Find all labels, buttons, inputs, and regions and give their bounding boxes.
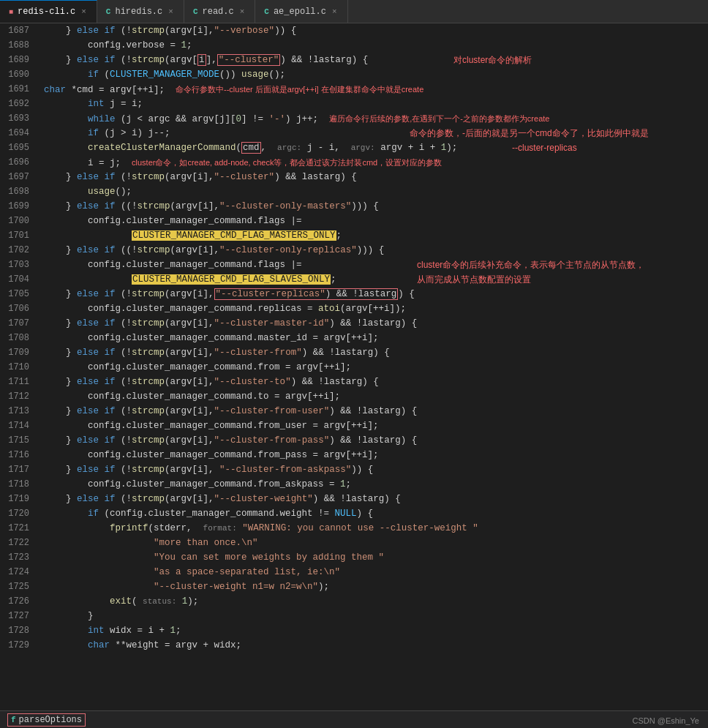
tab-ae-epoll[interactable]: Cae_epoll.c×	[255, 0, 347, 23]
code-line-1707: } else if (!strcmp(argv[i],"--cluster-ma…	[44, 316, 708, 331]
code-line-1690: if (CLUSTER_MANAGER_MODE()) usage();	[44, 67, 708, 82]
line-numbers: 1687168816891690169116921693169416951696…	[0, 23, 37, 710]
tab-icon-redis-cli: ■	[9, 8, 13, 16]
code-line-1721: fprintf(stderr, format: "WARNING: you ca…	[44, 521, 708, 536]
tab-close-read[interactable]: ×	[238, 7, 246, 16]
code-line-1701: CLUSTER_MANAGER_CMD_FLAG_MASTERS_ONLY;	[44, 228, 708, 243]
function-icon: f	[11, 716, 16, 724]
tab-icon-hiredis: C	[106, 7, 111, 16]
code-line-1711: } else if (!strcmp(argv[i],"--cluster-to…	[44, 375, 708, 389]
code-line-1710: config.cluster_manager_command.from = ar…	[44, 360, 708, 375]
line-num-1720: 1720	[0, 506, 29, 521]
line-num-1717: 1717	[0, 462, 29, 477]
line-num-1699: 1699	[0, 199, 29, 214]
code-line-1726: exit( status: 1);	[44, 594, 708, 609]
code-line-1720: if (config.cluster_manager_command.weigh…	[44, 506, 708, 521]
code-line-1706: config.cluster_manager_command.replicas …	[44, 301, 708, 316]
tab-redis-cli[interactable]: ■redis-cli.c×	[0, 0, 97, 23]
code-line-1722: "more than once.\n"	[44, 536, 708, 550]
line-num-1692: 1692	[0, 97, 29, 111]
code-line-1728: int widx = i + 1;	[44, 623, 708, 638]
code-line-1705: } else if (!strcmp(argv[i],"--cluster-re…	[44, 287, 708, 301]
line-num-1708: 1708	[0, 331, 29, 345]
line-num-1688: 1688	[0, 38, 29, 53]
line-num-1725: 1725	[0, 579, 29, 594]
tab-label-read: read.c	[202, 7, 233, 17]
line-num-1724: 1724	[0, 565, 29, 579]
code-line-1716: config.cluster_manager_command.from_pass…	[44, 448, 708, 462]
line-num-1691: 1691	[0, 82, 29, 97]
code-line-1725: "--cluster-weight n1=w n2=w\n");	[44, 579, 708, 594]
line-num-1701: 1701	[0, 228, 29, 243]
code-line-1708: config.cluster_manager_command.master_id…	[44, 331, 708, 345]
editor-area: 1687168816891690169116921693169416951696…	[0, 23, 708, 710]
tab-label-hiredis: hiredis.c	[115, 7, 162, 17]
annotation-1695: --cluster-replicas	[512, 140, 577, 155]
line-num-1711: 1711	[0, 375, 29, 389]
line-num-1710: 1710	[0, 360, 29, 375]
tab-close-hiredis[interactable]: ×	[167, 7, 175, 16]
code-line-1717: } else if (!strcmp(argv[i], "--cluster-f…	[44, 462, 708, 477]
line-num-1722: 1722	[0, 536, 29, 550]
line-num-1718: 1718	[0, 477, 29, 492]
bottom-func-bar: f parseOptions	[0, 710, 708, 728]
line-num-1693: 1693	[0, 111, 29, 126]
code-line-1703: config.cluster_manager_command.flags |=c…	[44, 258, 708, 272]
tab-hiredis[interactable]: Chiredis.c×	[97, 0, 184, 23]
code-line-1723: "You can set more weights by adding them…	[44, 550, 708, 565]
annotation-1703: cluster命令的后续补充命令，表示每个主节点的从节点数，	[417, 258, 644, 272]
code-line-1718: config.cluster_manager_command.from_askp…	[44, 477, 708, 492]
line-num-1704: 1704	[0, 272, 29, 287]
code-line-1697: } else if (!strcmp(argv[i],"--cluster") …	[44, 170, 708, 184]
line-num-1687: 1687	[0, 23, 29, 38]
line-num-1714: 1714	[0, 419, 29, 433]
line-num-1719: 1719	[0, 492, 29, 506]
line-num-1712: 1712	[0, 389, 29, 404]
code-line-1712: config.cluster_manager_command.to = argv…	[44, 389, 708, 404]
code-line-1714: config.cluster_manager_command.from_user…	[44, 419, 708, 433]
code-line-1699: } else if ((!strcmp(argv[i],"--cluster-o…	[44, 199, 708, 214]
annotation-1704: 从而完成从节点数配置的设置	[417, 272, 531, 287]
line-num-1728: 1728	[0, 623, 29, 638]
csdn-credit: CSDN @Eshin_Ye	[633, 716, 699, 725]
tab-read[interactable]: Cread.c×	[184, 0, 255, 23]
line-num-1715: 1715	[0, 433, 29, 448]
tab-close-ae-epoll[interactable]: ×	[331, 7, 339, 16]
code-line-1687: } else if (!strcmp(argv[i],"--verbose"))…	[44, 23, 708, 38]
line-num-1706: 1706	[0, 301, 29, 316]
code-line-1713: } else if (!strcmp(argv[i],"--cluster-fr…	[44, 404, 708, 419]
code-line-1694: if (j > i) j--;命令的参数，-后面的就是另一个cmd命令了，比如此…	[44, 126, 708, 140]
code-line-1695: createClusterManagerCommand(cmd, argc: j…	[44, 140, 708, 155]
code-line-1691: char *cmd = argv[++i]; 命令行参数中--cluster 后…	[44, 82, 708, 97]
code-line-1704: CLUSTER_MANAGER_CMD_FLAG_SLAVES_ONLY;从而完…	[44, 272, 708, 287]
line-num-1729: 1729	[0, 638, 29, 653]
line-num-1721: 1721	[0, 521, 29, 536]
line-num-1700: 1700	[0, 214, 29, 228]
line-num-1697: 1697	[0, 170, 29, 184]
line-num-1705: 1705	[0, 287, 29, 301]
code-line-1727: }	[44, 609, 708, 623]
line-num-1709: 1709	[0, 345, 29, 360]
code-line-1700: config.cluster_manager_command.flags |=	[44, 214, 708, 228]
tab-icon-read: C	[193, 7, 198, 16]
code-line-1696: i = j; cluster命令，如create, add-node, chec…	[44, 155, 708, 170]
line-num-1726: 1726	[0, 594, 29, 609]
function-label: parseOptions	[19, 715, 82, 725]
code-line-1715: } else if (!strcmp(argv[i],"--cluster-fr…	[44, 433, 708, 448]
code-line-1719: } else if (!strcmp(argv[i],"--cluster-we…	[44, 492, 708, 506]
code-line-1689: } else if (!strcmp(argv[i],"--cluster") …	[44, 53, 708, 67]
annotation-1694: 命令的参数，-后面的就是另一个cmd命令了，比如此例中就是	[410, 126, 649, 140]
tab-label-ae-epoll: ae_epoll.c	[274, 7, 326, 17]
annotation-1689: 对cluster命令的解析	[453, 53, 532, 67]
code-line-1709: } else if (!strcmp(argv[i],"--cluster-fr…	[44, 345, 708, 360]
code-line-1729: char **weight = argv + widx;	[44, 638, 708, 653]
tab-close-redis-cli[interactable]: ×	[80, 7, 88, 16]
code-line-1698: usage();	[44, 184, 708, 199]
line-num-1703: 1703	[0, 258, 29, 272]
line-num-1694: 1694	[0, 126, 29, 140]
code-line-1693: while (j < argc && argv[j][0] != '-') j+…	[44, 111, 708, 126]
code-line-1724: "as a space-separated list, ie:\n"	[44, 565, 708, 579]
code-content[interactable]: } else if (!strcmp(argv[i],"--verbose"))…	[37, 23, 708, 710]
function-indicator: f parseOptions	[7, 713, 86, 727]
line-num-1713: 1713	[0, 404, 29, 419]
